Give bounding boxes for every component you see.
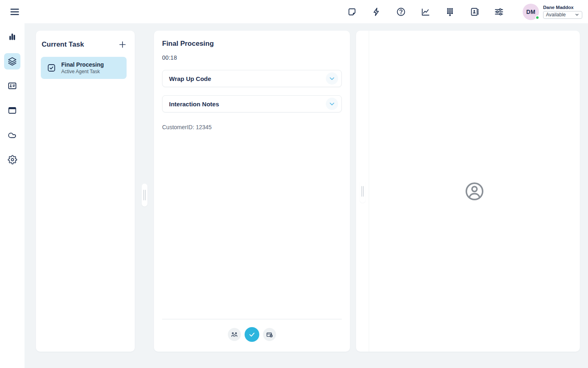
gear-icon — [8, 155, 17, 164]
interaction-notes-label: Interaction Notes — [169, 101, 219, 108]
customer-panel — [356, 31, 580, 352]
contact-card-icon — [7, 81, 17, 91]
nav-tasks-button[interactable] — [4, 53, 20, 70]
quick-actions-button[interactable] — [368, 4, 385, 20]
cloud-icon — [7, 130, 17, 140]
lightning-icon — [372, 7, 381, 17]
layers-icon — [7, 56, 17, 66]
wrap-up-code-label: Wrap Up Code — [169, 75, 211, 82]
nav-cloud-button[interactable] — [4, 127, 20, 143]
chevron-down-icon — [326, 98, 338, 110]
task-subtitle: Active Agent Task — [61, 69, 104, 74]
user-avatar[interactable]: DM — [523, 4, 539, 20]
current-task-panel: Current Task Final Procesing Active Agen… — [36, 31, 135, 352]
user-meta: Dane Maddox Available — [543, 5, 582, 19]
analytics-button[interactable] — [417, 4, 434, 20]
status-select[interactable]: Available — [543, 11, 582, 19]
wrap-up-code-accordion[interactable]: Wrap Up Code — [162, 70, 342, 87]
panel-resize-handle[interactable] — [360, 180, 365, 203]
menu-button[interactable] — [7, 4, 23, 20]
person-circle-icon — [464, 181, 485, 202]
user-name: Dane Maddox — [543, 5, 582, 10]
task-title: Final Procesing — [61, 61, 104, 68]
chevron-down-icon — [575, 12, 579, 17]
help-icon — [396, 7, 406, 17]
nav-contacts-button[interactable] — [4, 78, 20, 94]
address-book-icon — [470, 7, 479, 17]
add-task-button[interactable] — [117, 39, 128, 50]
dialpad-icon — [445, 7, 455, 17]
app-body: Current Task Final Procesing Active Agen… — [0, 23, 588, 368]
menu-icon — [9, 7, 20, 17]
current-task-header: Current Task — [36, 39, 135, 50]
current-task-title: Current Task — [42, 40, 84, 49]
status-indicator-dot — [535, 16, 539, 20]
task-checkbox-icon — [47, 63, 56, 73]
note-icon — [347, 7, 357, 17]
panel-gap — [350, 31, 356, 359]
park-icon — [266, 331, 273, 338]
task-detail-panel: Final Procesing 00:18 Wrap Up Code Inter… — [154, 31, 350, 352]
customer-panel-gutter — [356, 31, 369, 352]
top-bar: DM Dane Maddox Available — [0, 0, 588, 23]
nav-performance-button[interactable] — [4, 29, 20, 45]
nav-rail — [0, 23, 24, 368]
footer-actions — [162, 319, 342, 346]
detail-footer — [162, 319, 342, 346]
customer-id-text: CustomerID: 12345 — [162, 124, 342, 130]
interaction-notes-accordion[interactable]: Interaction Notes — [162, 95, 342, 112]
task-timer: 00:18 — [162, 54, 342, 61]
status-select-value: Available — [546, 12, 566, 18]
help-button[interactable] — [393, 4, 409, 20]
user-cluster: DM Dane Maddox Available — [523, 4, 582, 20]
bar-chart-icon — [7, 32, 17, 42]
detail-title: Final Procesing — [162, 40, 342, 48]
window-icon — [7, 105, 17, 115]
complete-task-button[interactable] — [245, 327, 259, 342]
complete-check-icon — [248, 331, 256, 338]
dialpad-button[interactable] — [442, 4, 458, 20]
nav-settings-button[interactable] — [4, 151, 20, 168]
transfer-icon — [231, 331, 238, 338]
contacts-button[interactable] — [466, 4, 483, 20]
task-texts: Final Procesing Active Agent Task — [61, 61, 104, 74]
notes-button[interactable] — [344, 4, 360, 20]
chevron-down-icon — [326, 72, 338, 85]
main-area: Current Task Final Procesing Active Agen… — [24, 23, 588, 368]
panel-resize-handle[interactable] — [142, 184, 147, 206]
customer-panel-body — [369, 31, 580, 352]
panel-gap — [135, 31, 154, 359]
topbar-icon-group — [340, 4, 511, 20]
plus-icon — [118, 40, 127, 49]
sliders-icon — [494, 7, 504, 17]
park-task-button[interactable] — [263, 328, 276, 341]
nav-window-button[interactable] — [4, 102, 20, 119]
task-list-item[interactable]: Final Procesing Active Agent Task — [41, 57, 127, 79]
analytics-icon — [421, 7, 430, 17]
transfer-task-button[interactable] — [228, 328, 241, 341]
settings-sliders-button[interactable] — [491, 4, 507, 20]
